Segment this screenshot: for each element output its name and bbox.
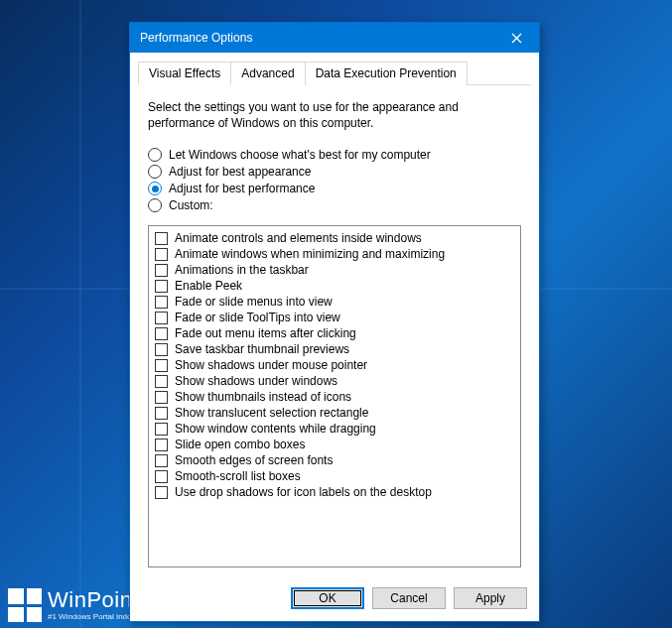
checkbox-icon <box>155 423 168 436</box>
check-label: Enable Peek <box>175 279 242 293</box>
visual-effects-checklist[interactable]: Animate controls and elements inside win… <box>148 225 521 567</box>
performance-options-dialog: Performance Options Visual Effects Advan… <box>129 22 540 622</box>
checkbox-icon <box>155 296 168 309</box>
check-label: Fade or slide menus into view <box>175 295 333 309</box>
check-label: Show window contents while dragging <box>175 422 376 436</box>
radio-icon <box>148 198 162 212</box>
checkbox-icon <box>155 280 168 293</box>
checkbox-icon <box>155 470 168 483</box>
check-row[interactable]: Slide open combo boxes <box>155 437 514 452</box>
titlebar[interactable]: Performance Options <box>130 23 539 53</box>
radio-best-performance[interactable]: Adjust for best performance <box>148 182 521 195</box>
checkbox-icon <box>155 486 168 499</box>
check-label: Save taskbar thumbnail previews <box>175 342 349 356</box>
check-row[interactable]: Show window contents while dragging <box>155 421 514 437</box>
checkbox-icon <box>155 312 168 324</box>
check-row[interactable]: Show thumbnails instead of icons <box>155 389 514 405</box>
check-row[interactable]: Use drop shadows for icon labels on the … <box>155 484 514 500</box>
check-label: Use drop shadows for icon labels on the … <box>175 485 432 499</box>
close-icon <box>511 33 522 44</box>
dialog-title: Performance Options <box>140 31 252 45</box>
check-label: Animations in the taskbar <box>175 263 309 277</box>
check-row[interactable]: Animations in the taskbar <box>155 262 514 278</box>
radio-label: Adjust for best appearance <box>169 165 311 179</box>
tab-dep[interactable]: Data Execution Prevention <box>305 62 468 85</box>
check-row[interactable]: Animate windows when minimizing and maxi… <box>155 246 514 262</box>
checkbox-icon <box>155 343 168 356</box>
tab-strip: Visual Effects Advanced Data Execution P… <box>138 61 531 85</box>
check-label: Animate windows when minimizing and maxi… <box>175 247 445 261</box>
check-row[interactable]: Save taskbar thumbnail previews <box>155 341 514 357</box>
checkbox-icon <box>155 264 168 277</box>
check-row[interactable]: Show shadows under windows <box>155 373 514 389</box>
check-row[interactable]: Show shadows under mouse pointer <box>155 357 514 373</box>
check-row[interactable]: Fade or slide menus into view <box>155 294 514 310</box>
radio-custom[interactable]: Custom: <box>148 198 521 212</box>
radio-let-windows-choose[interactable]: Let Windows choose what's best for my co… <box>148 148 521 162</box>
checkbox-icon <box>155 391 168 404</box>
instructions-text: Select the settings you want to use for … <box>148 99 521 131</box>
tab-content-visual-effects: Select the settings you want to use for … <box>130 85 539 577</box>
check-row[interactable]: Enable Peek <box>155 278 514 294</box>
checkbox-icon <box>155 359 168 372</box>
checkbox-icon <box>155 248 168 261</box>
checkbox-icon <box>155 375 168 388</box>
checkbox-icon <box>155 327 168 340</box>
check-label: Show shadows under mouse pointer <box>175 358 367 372</box>
tab-advanced[interactable]: Advanced <box>230 62 305 85</box>
radio-label: Adjust for best performance <box>169 182 315 195</box>
check-label: Slide open combo boxes <box>175 438 305 451</box>
radio-label: Custom: <box>169 198 213 212</box>
check-label: Fade or slide ToolTips into view <box>175 311 340 324</box>
check-label: Fade out menu items after clicking <box>175 326 356 340</box>
windows-logo-icon <box>8 588 42 622</box>
check-label: Animate controls and elements inside win… <box>175 231 422 245</box>
close-button[interactable] <box>494 23 539 53</box>
radio-icon <box>148 148 162 162</box>
check-row[interactable]: Smooth edges of screen fonts <box>155 452 514 468</box>
ok-button[interactable]: OK <box>291 587 364 609</box>
radio-icon <box>148 182 162 195</box>
check-label: Show translucent selection rectangle <box>175 406 368 420</box>
radio-icon <box>148 165 162 179</box>
apply-button[interactable]: Apply <box>454 587 527 609</box>
checkbox-icon <box>155 407 168 420</box>
check-label: Smooth edges of screen fonts <box>175 453 333 467</box>
radio-label: Let Windows choose what's best for my co… <box>169 148 431 162</box>
check-label: Smooth-scroll list boxes <box>175 469 301 483</box>
check-label: Show shadows under windows <box>175 374 337 388</box>
check-row[interactable]: Fade out menu items after clicking <box>155 325 514 341</box>
check-row[interactable]: Fade or slide ToolTips into view <box>155 310 514 325</box>
tab-visual-effects[interactable]: Visual Effects <box>138 62 231 85</box>
checkbox-icon <box>155 454 168 467</box>
cancel-button[interactable]: Cancel <box>372 587 446 609</box>
check-row[interactable]: Smooth-scroll list boxes <box>155 468 514 484</box>
checkbox-icon <box>155 232 168 245</box>
check-row[interactable]: Show translucent selection rectangle <box>155 405 514 421</box>
radio-best-appearance[interactable]: Adjust for best appearance <box>148 165 521 179</box>
checkbox-icon <box>155 439 168 451</box>
dialog-button-bar: OK Cancel Apply <box>130 577 539 621</box>
effects-mode-radiogroup: Let Windows choose what's best for my co… <box>148 145 521 215</box>
check-label: Show thumbnails instead of icons <box>175 390 351 404</box>
check-row[interactable]: Animate controls and elements inside win… <box>155 230 514 246</box>
